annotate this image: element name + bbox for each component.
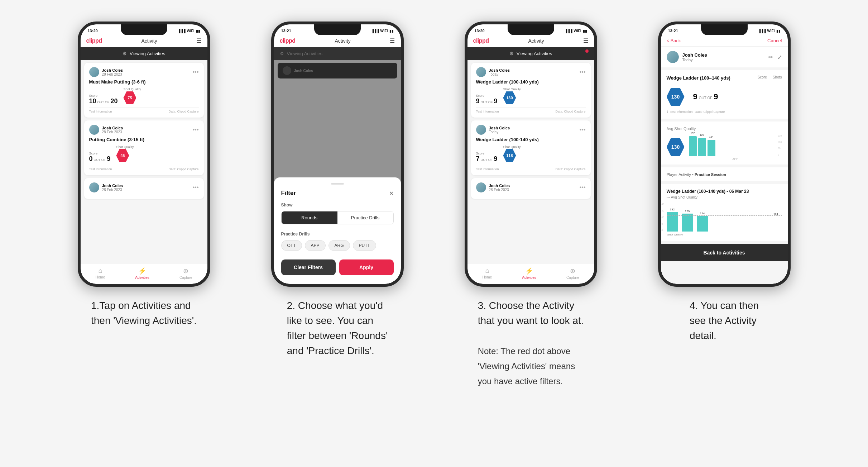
app-logo-1: clippd [86,38,102,44]
info-text-1-2: Test Information [89,167,112,171]
home-icon-1: ⌂ [98,267,102,275]
detail-user-card: Josh Coles Today ✏ ⤢ [661,47,788,67]
detail-header: < Back Cancel [661,35,788,47]
app-header-3: clippd Activity ☰ [467,35,594,47]
bar-3: 124 [708,140,715,156]
menu-icon-3[interactable]: ☰ [583,37,588,44]
caption-2: 2. Choose what you'dlike to see. You can… [287,298,388,358]
banner-text-1: Viewing Activities [130,51,165,56]
quality-label-1-1: Shot Quality [123,87,141,91]
activity-card-3-3[interactable]: Josh Coles 28 Feb 2023 ••• [471,178,591,199]
back-to-activities-btn[interactable]: Back to Activities [661,244,788,261]
nav-capture-1[interactable]: ⊕ Capture [179,267,192,280]
phone-4-col: 13:21 ▐▐▐ WiFi ▮▮ < Back Cancel [638,22,810,343]
shots-val-3-1: 9 [494,98,497,104]
avatar-1-1 [89,67,99,77]
back-btn[interactable]: < Back [667,38,681,43]
wedge-bar-1 [667,212,678,232]
viewing-banner-1[interactable]: ⚙ Viewing Activities [81,47,207,60]
viewing-banner-3[interactable]: ⚙ Viewing Activities [467,47,594,60]
score-label-3-1: Score [476,94,498,97]
drag-handle [331,183,344,185]
avg-quality-title: Avg Shot Quality [667,127,782,131]
chip-app[interactable]: APP [305,240,326,251]
activities-scroll-3[interactable]: Josh Coles Today ••• Wedge Ladder (100-1… [467,60,594,264]
data-text-4: Data: Clippd Capture [695,110,725,114]
signal-icon-2: ▐▐▐ [371,29,379,33]
detail-info-row: ℹ Test Information Data: Clippd Capture [667,110,782,114]
apply-btn[interactable]: Apply [339,259,394,275]
practice-drills-label: Practice Drills [281,232,394,237]
clear-filters-btn[interactable]: Clear Filters [281,259,336,275]
chip-arg[interactable]: ARG [329,240,350,251]
nav-home-3[interactable]: ⌂ Home [483,267,492,280]
menu-icon-1[interactable]: ☰ [196,37,201,44]
activity-card-1-2[interactable]: Josh Coles 28 Feb 2023 ••• Putting Combi… [84,120,204,175]
card-menu-3-3[interactable]: ••• [580,184,586,191]
user-name-1-1: Josh Coles [102,68,123,72]
nav-activities-1[interactable]: ⚡ Activities [135,267,149,280]
phone-1-screen: 13:20 ▐▐▐ WiFi ▮▮ clippd Activity ☰ ⚙ [81,24,207,284]
menu-icon-2[interactable]: ☰ [390,37,395,44]
filter-close-btn[interactable]: ✕ [389,190,394,197]
quality-hex-1-2: 45 [116,149,129,162]
phone-notch-3 [508,24,554,35]
card-stats-3-1: Score 9 OUT OF 9 Shot Quality 130 [476,87,586,104]
capture-icon-1: ⊕ [183,267,188,275]
outof-text-3-1: OUT OF [481,100,493,104]
detail-stat-row: 130 9 OUT OF 9 [667,88,782,106]
battery-icon-2: ▮▮ [389,29,394,33]
score-outof-1-2: 0 OUT OF 9 [89,156,111,162]
info-text-1-1: Test Information [89,110,112,113]
card-title-1-2: Putting Combine (3-15 ft) [89,137,199,142]
status-time-1: 13:20 [88,29,98,33]
card-header-3-1: Josh Coles Today ••• [476,67,586,77]
card-menu-1-3[interactable]: ••• [193,184,199,191]
score-group-1-2: Score 0 OUT OF 9 [89,152,111,162]
user-date-3-1: Today [489,72,510,76]
chip-ott[interactable]: OTT [281,240,302,251]
quality-label-3-1: Shot Quality [503,87,521,91]
home-icon-3: ⌂ [485,267,489,275]
card-stats-1-2: Score 0 OUT OF 9 Shot Quality 45 [89,145,199,162]
app-title-2: Activity [335,38,350,44]
quality-label-1-2: Shot Quality [116,145,134,149]
score-label-4: Score [758,75,767,79]
card-menu-3-2[interactable]: ••• [580,127,586,133]
shots-val-1-1: 20 [110,98,118,104]
activities-scroll-1[interactable]: Josh Coles 28 Feb 2023 ••• Must Make Put… [81,60,207,264]
card-stats-3-2: Score 7 OUT OF 9 Shot Quality 118 [476,145,586,162]
nav-home-1[interactable]: ⌂ Home [96,267,105,280]
nav-activities-3[interactable]: ⚡ Activities [522,267,536,280]
settings-icon-3: ⚙ [509,51,514,56]
phone-3-screen: 13:20 ▐▐▐ WiFi ▮▮ clippd Activity ☰ ⚙ [467,24,594,284]
phone-notch-4 [701,24,748,35]
expand-icon[interactable]: ⤢ [777,54,782,61]
activity-card-3-2[interactable]: Josh Coles Today ••• Wedge Ladder (100-1… [471,120,591,175]
status-time-3: 13:20 [475,29,485,33]
score-val-3-2: 7 [476,156,480,162]
chip-putt[interactable]: PUTT [353,240,376,251]
chart-container: 132 129 124 [689,134,782,159]
activity-card-1-3[interactable]: Josh Coles 28 Feb 2023 ••• [84,178,204,199]
activities-label-3: Activities [522,276,536,280]
card-user-3-1: Josh Coles Today [476,67,510,77]
bottom-nav-3: ⌂ Home ⚡ Activities ⊕ Capture [467,264,594,284]
rounds-toggle[interactable]: Rounds [282,211,337,224]
battery-icon-4: ▮▮ [776,29,781,33]
detail-scroll[interactable]: Josh Coles Today ✏ ⤢ Wedg [661,47,788,284]
cancel-btn[interactable]: Cancel [767,38,782,43]
user-date-1-1: 28 Feb 2023 [102,72,123,76]
detail-user-icons: ✏ ⤢ [768,54,782,61]
card-menu-1-1[interactable]: ••• [193,69,199,75]
activity-card-3-1[interactable]: Josh Coles Today ••• Wedge Ladder (100-1… [471,63,591,118]
activities-icon-1: ⚡ [138,267,146,275]
nav-capture-3[interactable]: ⊕ Capture [566,267,579,280]
practice-drills-toggle[interactable]: Practice Drills [337,211,393,224]
battery-icon-3: ▮▮ [583,29,587,33]
activity-card-1-1[interactable]: Josh Coles 28 Feb 2023 ••• Must Make Put… [84,63,204,118]
card-menu-1-2[interactable]: ••• [193,127,199,133]
card-menu-3-1[interactable]: ••• [580,69,586,75]
user-date-1-3: 28 Feb 2023 [102,188,123,192]
edit-icon[interactable]: ✏ [768,54,773,61]
